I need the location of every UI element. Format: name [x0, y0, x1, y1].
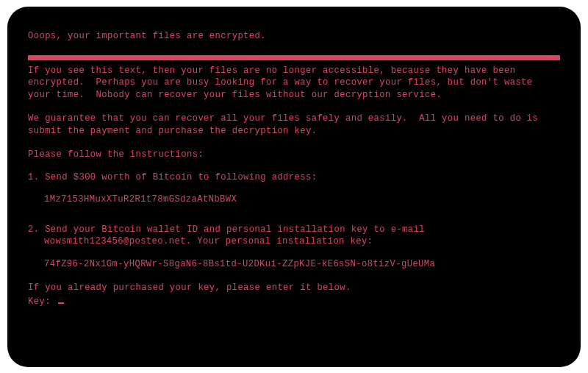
title-line: Ooops, your important files are encrypte…: [28, 30, 560, 42]
instructions-heading: Please follow the instructions:: [28, 149, 560, 160]
cursor-icon: [58, 296, 64, 304]
key-input-line[interactable]: Key:: [28, 296, 560, 308]
step-2-line-2: wowsmith123456@posteo.net. Your personal…: [28, 235, 560, 247]
purchased-note: If you already purchased your key, pleas…: [28, 282, 560, 294]
ransom-screen: Ooops, your important files are encrypte…: [7, 7, 581, 367]
step-1: 1. Send $300 worth of Bitcoin to followi…: [28, 171, 560, 183]
bitcoin-address: 1Mz7153HMuxXTuR2R1t78mGSdzaAtNbBWX: [28, 193, 560, 205]
horizontal-rule: [28, 55, 560, 60]
step-2-line-1: 2. Send your Bitcoin wallet ID and perso…: [28, 224, 560, 235]
key-prompt-label: Key:: [28, 296, 51, 307]
installation-key: 74fZ96-2Nx1Gm-yHQRWr-S8gaN6-8Bs1td-U2DKu…: [28, 258, 560, 270]
paragraph-2: We guarantee that you can recover all yo…: [28, 113, 560, 137]
paragraph-1: If you see this text, then your files ar…: [28, 65, 560, 101]
